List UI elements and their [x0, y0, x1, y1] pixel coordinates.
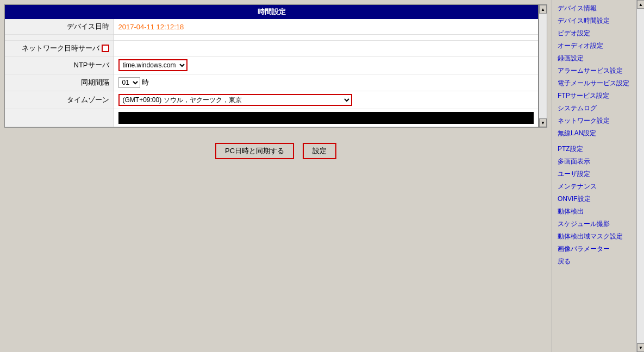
- sidebar-scroll-down[interactable]: ▼: [637, 343, 644, 352]
- empty-value: [114, 35, 538, 41]
- scroll-up-btn[interactable]: ▲: [539, 5, 547, 14]
- settings-form: デバイス日時 2017-04-11 12:12:18 ネットワーク日時サーバ: [5, 19, 538, 127]
- ntp-server-value: [114, 41, 538, 56]
- sidebar-item-image-params[interactable]: 画像パラメーター: [552, 243, 644, 255]
- sidebar-item-motion-mask[interactable]: 動体検出域マスク設定: [552, 230, 644, 243]
- sidebar-item-maintenance[interactable]: メンテナンス: [552, 180, 644, 193]
- sidebar-item-alarm[interactable]: アラームサービス設定: [552, 65, 644, 77]
- timezone-cell: (GMT+09:00) ソウル，ヤクーツク，東京 (GMT+00:00) UTC…: [114, 91, 538, 109]
- sidebar-item-back[interactable]: 戻る: [552, 255, 644, 268]
- sidebar-scroll-track: [637, 9, 644, 343]
- panel-title: 時間設定: [5, 5, 538, 19]
- sidebar-item-video[interactable]: ビデオ設定: [552, 27, 644, 40]
- black-bar-label: [5, 109, 114, 127]
- save-button[interactable]: 設定: [303, 143, 336, 159]
- panel-scrollbar[interactable]: ▲ ▼: [539, 4, 547, 128]
- sidebar-item-audio[interactable]: オーディオ設定: [552, 40, 644, 52]
- ntp-select-label: NTPサーバ: [5, 56, 114, 74]
- scroll-track: [539, 14, 547, 118]
- sidebar-item-motion[interactable]: 動体検出: [552, 205, 644, 218]
- device-datetime-label: デバイス日時: [5, 19, 114, 35]
- ntp-checkbox[interactable]: [102, 45, 109, 52]
- sync-interval-cell: 01 02 03 06 12 24 時: [114, 74, 538, 91]
- sidebar-item-network[interactable]: ネットワーク設定: [552, 115, 644, 127]
- sync-interval-label: 同期間隔: [5, 74, 114, 91]
- black-bar: [118, 112, 534, 124]
- sidebar-item-recording[interactable]: 録画設定: [552, 52, 644, 65]
- empty-label: [5, 35, 114, 41]
- ntp-server-select[interactable]: time.windows.com pool.ntp.org ntp.nict.j…: [118, 59, 187, 71]
- sidebar: デバイス情報 デバイス時間設定 ビデオ設定 オーディオ設定 録画設定 アラームサ…: [552, 0, 644, 352]
- sidebar-item-ptz[interactable]: PTZ設定: [552, 143, 644, 155]
- buttons-area: PC日時と同期する 設定: [0, 143, 552, 159]
- sidebar-item-schedule[interactable]: スケジュール撮影: [552, 218, 644, 230]
- sync-pc-button[interactable]: PC日時と同期する: [215, 143, 294, 159]
- sidebar-item-device-time[interactable]: デバイス時間設定: [552, 15, 644, 27]
- ntp-server-label: ネットワーク日時サーバ: [5, 41, 114, 56]
- sidebar-scrollbar: ▲ ▼: [636, 0, 644, 352]
- sync-interval-select[interactable]: 01 02 03 06 12 24: [118, 77, 140, 88]
- sidebar-item-user[interactable]: ユーザ設定: [552, 168, 644, 180]
- timezone-label: タイムゾーン: [5, 91, 114, 109]
- sidebar-item-multiview[interactable]: 多画面表示: [552, 155, 644, 168]
- sidebar-item-device-info[interactable]: デバイス情報: [552, 2, 644, 15]
- sidebar-item-onvif[interactable]: ONVIF設定: [552, 193, 644, 205]
- scroll-down-btn[interactable]: ▼: [539, 118, 547, 127]
- ntp-label-text: ネットワーク日時サーバ: [22, 43, 99, 53]
- sync-interval-unit: 時: [142, 78, 149, 86]
- timezone-select[interactable]: (GMT+09:00) ソウル，ヤクーツク，東京 (GMT+00:00) UTC…: [118, 94, 352, 106]
- black-bar-cell: [114, 109, 538, 127]
- ntp-select-cell: time.windows.com pool.ntp.org ntp.nict.j…: [114, 56, 538, 74]
- sidebar-item-ftp[interactable]: FTPサービス設定: [552, 90, 644, 102]
- sidebar-scroll-up[interactable]: ▲: [637, 0, 644, 9]
- sidebar-item-wifi[interactable]: 無線LAN設定: [552, 127, 644, 140]
- sidebar-item-syslog[interactable]: システムログ: [552, 102, 644, 115]
- sidebar-item-email[interactable]: 電子メールサービス設定: [552, 77, 644, 90]
- device-datetime-value: 2017-04-11 12:12:18: [114, 19, 538, 35]
